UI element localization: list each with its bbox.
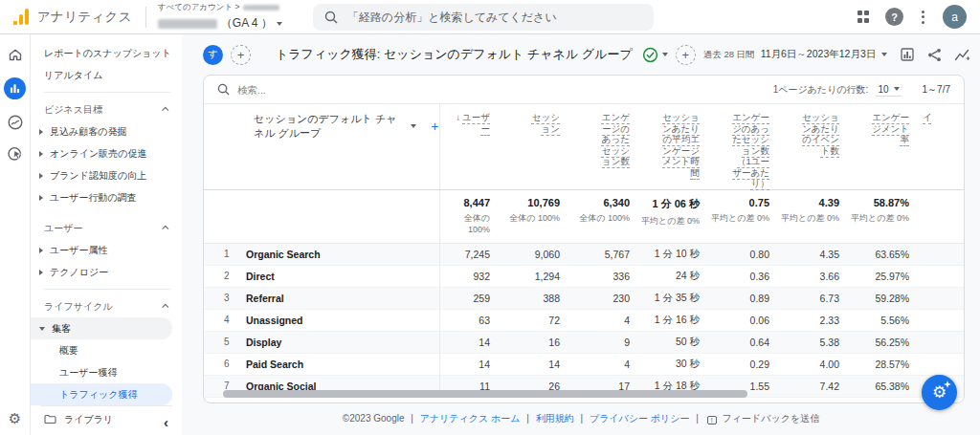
sidebar-item-overview[interactable]: 概要: [31, 339, 182, 361]
table-row[interactable]: 5 Display 14 16 9 50 秒 0.64 5.38 56.25%: [204, 331, 964, 353]
reports-icon[interactable]: [4, 77, 26, 99]
chevron-right-icon: [39, 129, 43, 135]
cell-engaged-sessions-per-user: 0.80: [711, 243, 781, 265]
add-report-button[interactable]: +: [676, 45, 696, 65]
advertising-icon[interactable]: [7, 145, 24, 163]
totals-cell-1: 10,769全体の 100%: [501, 189, 571, 243]
sidebar-item-snapshot[interactable]: レポートのスナップショット: [31, 42, 182, 64]
chevron-up-icon: [162, 304, 168, 311]
global-search[interactable]: [313, 4, 654, 31]
column-header-4[interactable]: エンゲー ジのあっ たセッシ ョン数 （1ユー ザーあた り）: [711, 104, 781, 189]
cell-sessions: 1,294: [501, 265, 571, 287]
footer-send-feedback[interactable]: フィードバックを送信: [723, 413, 820, 424]
avatar[interactable]: a: [943, 5, 967, 29]
sidebar-item-online-sales[interactable]: オンライン販売の促進: [31, 142, 182, 164]
sidebar-item-library[interactable]: ライブラリ: [31, 408, 182, 430]
admin-gear-icon[interactable]: ⚙: [9, 411, 21, 425]
cell-engaged-sessions: 5,767: [571, 243, 641, 265]
footer-link-terms[interactable]: 利用規約: [536, 413, 574, 424]
product-name: アナリティクス: [37, 9, 132, 26]
row-number: 5: [204, 331, 238, 353]
sidebar-item-traffic-acquisition[interactable]: トラフィック獲得: [31, 383, 172, 405]
cell-engaged-sessions: 9: [571, 331, 641, 353]
column-header-6[interactable]: エンゲー ジメント 率: [851, 104, 921, 189]
cell-engagement-rate: 25.97%: [851, 265, 921, 287]
cell-sessions: 16: [501, 331, 571, 353]
table-row[interactable]: 2 Direct 932 1,294 336 24 秒 0.36 3.66 25…: [204, 265, 964, 287]
cell-engagement-rate: 59.28%: [851, 287, 921, 309]
sidebar-section-lifecycle[interactable]: ライフサイクル: [31, 295, 182, 317]
report-chart-icon[interactable]: [900, 47, 915, 62]
cell-engaged-sessions: 4: [571, 353, 641, 375]
table-row[interactable]: 6 Paid Search 14 14 4 30 秒 0.29 4.00 28.…: [204, 353, 964, 375]
cell-users: 14: [439, 353, 501, 375]
totals-cell-4: 0.75平均との差 0%: [711, 189, 781, 243]
sidebar-section-user[interactable]: ユーザー: [31, 217, 182, 239]
google-apps-icon[interactable]: [858, 11, 870, 23]
cell-engaged-sessions: 230: [571, 287, 641, 309]
chevron-down-icon: [894, 87, 900, 91]
kebab-menu-icon[interactable]: [920, 9, 926, 26]
row-number: 6: [204, 353, 238, 375]
row-number: 1: [204, 243, 238, 265]
cell-events-per-session: 5.38: [781, 331, 851, 353]
explore-icon[interactable]: [7, 114, 24, 131]
cell-engaged-sessions-per-user: 0.89: [711, 287, 781, 309]
cell-events-per-session: 3.66: [781, 265, 851, 287]
footer-link-privacy[interactable]: プライバシー ポリシー: [590, 413, 690, 424]
add-comparison-button[interactable]: +: [231, 45, 251, 65]
table-search-input[interactable]: [237, 84, 371, 96]
column-header-1[interactable]: セッシ ョン: [501, 104, 571, 189]
column-header-5[interactable]: セッショ ンあたり のイベン ト数: [781, 104, 851, 189]
column-header-2[interactable]: エンゲ ージの あった セッシ ョン数: [571, 104, 641, 189]
channel-name: Display: [238, 331, 439, 353]
cell-avg-engagement-time: 1 分 35 秒: [641, 287, 711, 309]
table-row[interactable]: 3 Referral 259 388 230 1 分 35 秒 0.89 6.7…: [204, 287, 964, 309]
column-header-3[interactable]: セッショ ンあたり の平均エ ンゲージ メント時 間: [641, 104, 711, 189]
all-users-segment-chip[interactable]: す: [203, 45, 223, 65]
traffic-acquisition-table: セッションのデフォルト チャネル グループ + ↓ユーザ ーセッシ ョンエンゲ …: [204, 104, 964, 398]
insights-assistant-fab[interactable]: ⚙: [922, 375, 957, 410]
chevron-right-icon: [39, 195, 43, 201]
chevron-right-icon: [39, 151, 43, 157]
totals-cell-2: 6,340全体の 100%: [571, 189, 641, 243]
sidebar-item-user-attributes[interactable]: ユーザー属性: [31, 239, 182, 261]
cell-engagement-rate: 63.65%: [851, 243, 921, 265]
analytics-logo-icon: [13, 9, 29, 25]
sidebar-item-lead-generation[interactable]: 見込み顧客の発掘: [31, 120, 182, 142]
search-icon: [324, 11, 338, 24]
sidebar-item-realtime[interactable]: リアルタイム: [31, 64, 182, 86]
column-header-0[interactable]: ↓ユーザ ー: [439, 104, 501, 189]
global-search-input[interactable]: [347, 11, 625, 24]
collapse-sidebar-icon[interactable]: ‹: [164, 415, 168, 429]
table-row[interactable]: 4 Unassigned 63 72 4 1 分 16 秒 0.06 2.33 …: [204, 309, 964, 331]
sidebar-item-technology[interactable]: テクノロジー: [31, 261, 182, 283]
add-dimension-icon[interactable]: +: [431, 119, 438, 134]
rows-per-page-select[interactable]: 10: [876, 83, 901, 97]
footer-link-analytics-home[interactable]: アナリティクス ホーム: [420, 413, 521, 424]
chevron-down-icon: [411, 124, 416, 128]
sidebar-item-user-behavior[interactable]: ユーザー行動の調査: [31, 186, 182, 208]
sidebar-section-business-goals[interactable]: ビジネス目標: [31, 98, 182, 120]
row-number: 4: [204, 309, 238, 331]
channel-name: Organic Search: [238, 243, 439, 265]
account-switcher[interactable]: すべてのアカウント > （GA 4 ）: [158, 2, 282, 32]
chevron-down-icon: [662, 53, 668, 56]
share-icon[interactable]: [927, 48, 942, 62]
totals-cell-6: 58.87%平均との差 0%: [851, 189, 921, 243]
insights-icon[interactable]: [954, 48, 970, 62]
sidebar-item-acquisition[interactable]: 集客: [31, 317, 172, 339]
date-range-picker[interactable]: 過去 28 日間 11月6日～2023年12月3日: [703, 48, 887, 61]
dimension-column-header[interactable]: セッションのデフォルト チャネル グループ +: [204, 104, 439, 189]
home-icon[interactable]: [7, 46, 24, 63]
totals-cell-5: 4.39平均との差 0%: [781, 189, 851, 243]
top-app-bar: アナリティクス すべてのアカウント > （GA 4 ） ? a: [0, 0, 980, 34]
chevron-down-icon: [277, 22, 282, 26]
sidebar-item-user-acquisition[interactable]: ユーザー獲得: [31, 361, 182, 383]
help-icon[interactable]: ?: [885, 8, 903, 26]
sidebar-item-brand-awareness[interactable]: ブランド認知度の向上: [31, 164, 182, 186]
cell-users: 932: [439, 265, 501, 287]
table-row[interactable]: 1 Organic Search 7,245 9,060 5,767 1 分 1…: [204, 243, 964, 265]
horizontal-scrollbar-thumb[interactable]: [223, 390, 747, 398]
report-status-dropdown[interactable]: [642, 47, 668, 63]
